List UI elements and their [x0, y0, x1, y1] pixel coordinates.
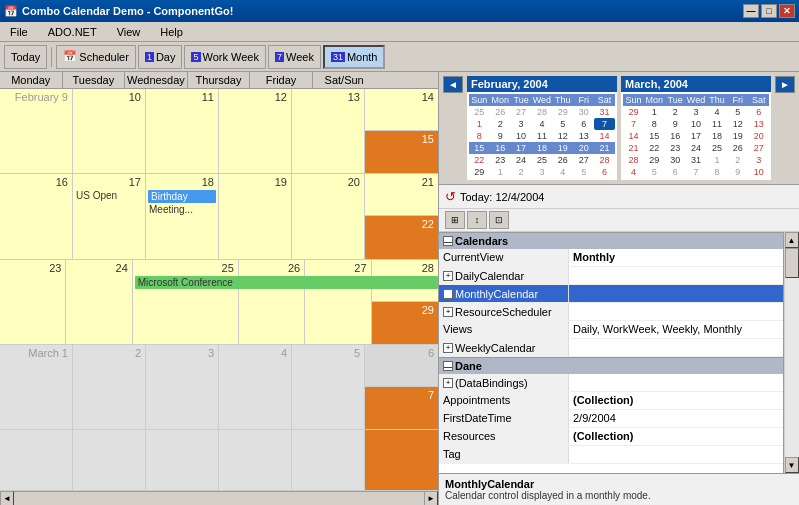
mini-day[interactable]: 28: [594, 154, 615, 166]
mini-day[interactable]: 29: [469, 166, 490, 178]
mini-day[interactable]: 6: [665, 166, 686, 178]
mini-day[interactable]: 3: [686, 106, 707, 118]
mini-day[interactable]: 19: [727, 130, 748, 142]
minimize-button[interactable]: —: [743, 4, 759, 18]
month-button[interactable]: 31 Month: [323, 45, 386, 69]
mini-day[interactable]: 23: [490, 154, 511, 166]
mini-day[interactable]: 5: [644, 166, 665, 178]
mini-day[interactable]: 11: [706, 118, 727, 130]
mini-day[interactable]: 15: [644, 130, 665, 142]
day-cell-24[interactable]: 24: [66, 260, 132, 344]
scroll-left-btn[interactable]: ◄: [0, 491, 14, 506]
mini-day[interactable]: 13: [748, 118, 769, 130]
mini-day[interactable]: 1: [644, 106, 665, 118]
day-cell-26[interactable]: 26: [239, 260, 305, 344]
mini-day[interactable]: 1: [469, 118, 490, 130]
mini-day[interactable]: 18: [706, 130, 727, 142]
mini-day[interactable]: 25: [706, 142, 727, 154]
mini-day[interactable]: 17: [686, 130, 707, 142]
mini-day[interactable]: 6: [573, 118, 594, 130]
mini-day[interactable]: 10: [511, 130, 532, 142]
mini-day[interactable]: 12: [727, 118, 748, 130]
day-cell-10[interactable]: 10: [73, 89, 146, 173]
mini-day[interactable]: 27: [511, 106, 532, 118]
day-cell-18[interactable]: 18 Birthday Meeting...: [146, 174, 219, 258]
title-bar-buttons[interactable]: — □ ✕: [743, 4, 795, 18]
mini-day[interactable]: 31: [594, 106, 615, 118]
mini-day[interactable]: 27: [573, 154, 594, 166]
mini-day[interactable]: 8: [644, 118, 665, 130]
mini-day-7-selected[interactable]: 7: [594, 118, 615, 130]
mini-day[interactable]: 28: [623, 154, 644, 166]
weekly-expand-icon[interactable]: +: [443, 343, 453, 353]
mini-day[interactable]: 29: [552, 106, 573, 118]
mini-day[interactable]: 16: [665, 130, 686, 142]
mini-tool-3[interactable]: ⊡: [489, 211, 509, 229]
resource-expand-icon[interactable]: +: [443, 307, 453, 317]
workweek-button[interactable]: 5 Work Week: [184, 45, 265, 69]
mini-day[interactable]: 29: [623, 106, 644, 118]
menu-file[interactable]: File: [4, 24, 34, 40]
mini-day[interactable]: 26: [552, 154, 573, 166]
close-button[interactable]: ✕: [779, 4, 795, 18]
day-cell-23[interactable]: 23: [0, 260, 66, 344]
mini-day[interactable]: 5: [552, 118, 573, 130]
day-cell-27[interactable]: 27: [305, 260, 371, 344]
mini-day[interactable]: 12: [552, 130, 573, 142]
day-cell-11[interactable]: 11: [146, 89, 219, 173]
mini-day[interactable]: 21: [594, 142, 615, 154]
scroll-thumb[interactable]: [785, 248, 799, 278]
monthly-expand-icon[interactable]: +: [443, 289, 453, 299]
mini-day[interactable]: 14: [623, 130, 644, 142]
day-cell-m2[interactable]: 2: [73, 345, 146, 429]
day-cell-empty3[interactable]: [146, 430, 219, 490]
mini-day[interactable]: 10: [748, 166, 769, 178]
day-cell-14-15[interactable]: 14 15: [365, 89, 438, 173]
day-cell-21-22[interactable]: 21 22: [365, 174, 438, 258]
scroll-down-btn[interactable]: ▼: [785, 457, 799, 473]
day-cell-20[interactable]: 20: [292, 174, 365, 258]
day-cell-empty1[interactable]: [0, 430, 73, 490]
day-cell-12[interactable]: 12: [219, 89, 292, 173]
mini-day[interactable]: 2: [665, 106, 686, 118]
mini-day[interactable]: 8: [469, 130, 490, 142]
week-button[interactable]: 7 Week: [268, 45, 321, 69]
mini-day[interactable]: 28: [532, 106, 553, 118]
mini-day[interactable]: 24: [686, 142, 707, 154]
mini-day[interactable]: 5: [727, 106, 748, 118]
next-month-button[interactable]: ►: [775, 76, 795, 93]
mini-day[interactable]: 20: [748, 130, 769, 142]
mini-day[interactable]: 20: [573, 142, 594, 154]
day-cell-m6-7[interactable]: 6 7: [365, 345, 438, 429]
day-cell-empty-sat[interactable]: [365, 430, 438, 490]
calendars-collapse-icon[interactable]: —: [443, 236, 453, 246]
mini-day[interactable]: 21: [623, 142, 644, 154]
mini-day[interactable]: 29: [644, 154, 665, 166]
mini-day[interactable]: 7: [686, 166, 707, 178]
mini-day[interactable]: 8: [706, 166, 727, 178]
day-cell-13[interactable]: 13: [292, 89, 365, 173]
day-cell-19[interactable]: 19: [219, 174, 292, 258]
mini-day[interactable]: 24: [511, 154, 532, 166]
mini-day[interactable]: 18: [532, 142, 553, 154]
mini-day[interactable]: 6: [748, 106, 769, 118]
databindings-expand-icon[interactable]: +: [443, 378, 453, 388]
day-cell-march1[interactable]: March 1: [0, 345, 73, 429]
menu-adonet[interactable]: ADO.NET: [42, 24, 103, 40]
mini-day[interactable]: 2: [490, 118, 511, 130]
calendar-bottom-scrollbar[interactable]: ◄ ►: [0, 491, 438, 505]
day-cell-empty2[interactable]: [73, 430, 146, 490]
mini-day[interactable]: 25: [469, 106, 490, 118]
mini-day[interactable]: 3: [511, 118, 532, 130]
mini-day[interactable]: 22: [644, 142, 665, 154]
mini-day[interactable]: 4: [552, 166, 573, 178]
mini-day[interactable]: 25: [532, 154, 553, 166]
mini-day[interactable]: 17: [511, 142, 532, 154]
day-cell-25[interactable]: 25 Microsoft Conference: [133, 260, 239, 344]
mini-day[interactable]: 9: [727, 166, 748, 178]
day-cell-empty4[interactable]: [219, 430, 292, 490]
mini-day[interactable]: 23: [665, 142, 686, 154]
mini-day[interactable]: 15: [469, 142, 490, 154]
mini-day[interactable]: 26: [727, 142, 748, 154]
mini-day[interactable]: 9: [665, 118, 686, 130]
